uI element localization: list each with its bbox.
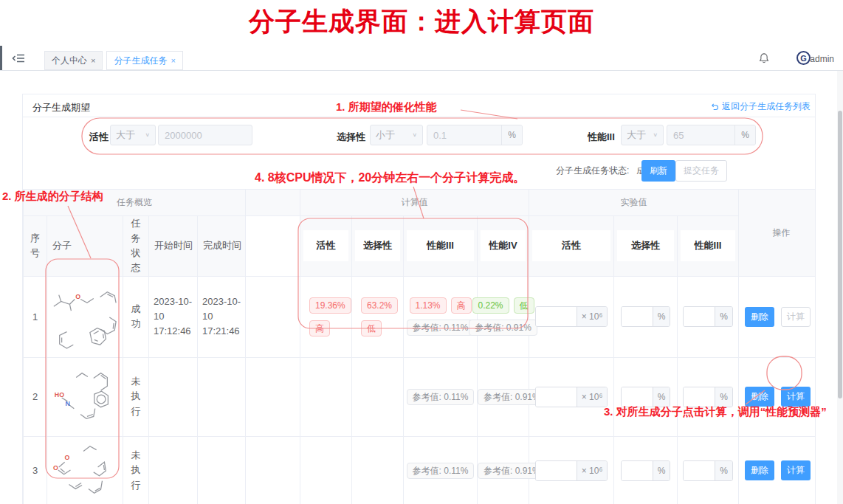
- calculate-button[interactable]: 计算: [781, 460, 811, 480]
- row-end-time: [198, 436, 246, 504]
- column-header-actions: 操作: [739, 190, 816, 277]
- filter-perf3-label: 性能III: [588, 131, 615, 144]
- times-ten-power-suffix: × 10⁶: [577, 307, 608, 326]
- task-status-label: 分子生成任务状态:: [556, 165, 629, 176]
- calc-perf3-cell: 参考值: 0.11%: [404, 357, 478, 436]
- tab-bar: 个人中心 × 分子生成任务 × G admin: [0, 46, 843, 71]
- exp-perf3-input[interactable]: [684, 307, 715, 326]
- annotation-generated-molecules: 2. 所生成的分子结构: [2, 190, 103, 204]
- column-header-end-time: 完成时间: [198, 216, 246, 277]
- table-row: 1 O: [24, 276, 816, 357]
- page-title: 分子生成界面：进入计算页面: [0, 4, 843, 39]
- annotation-cpu-time: 4. 8核CPU情况下，20分钟左右一个分子计算完成。: [255, 170, 525, 186]
- delete-button[interactable]: 删除: [745, 387, 774, 407]
- row-actions: 删除 计算: [739, 276, 816, 357]
- reference-badge: 参考值: 0.11%: [407, 463, 475, 479]
- column-header-status: 任务状态: [123, 216, 149, 277]
- exp-activity-cell: × 10⁶: [529, 436, 614, 504]
- tab-molecule-generation-task[interactable]: 分子生成任务 ×: [106, 51, 182, 70]
- blank-cell: [246, 436, 300, 504]
- exp-selectivity-cell: %: [614, 436, 678, 504]
- close-icon[interactable]: ×: [171, 56, 175, 65]
- row-start-time: [149, 357, 198, 436]
- value-badge: 1.13%: [410, 297, 447, 314]
- row-end-time: [198, 357, 246, 436]
- select-value: 大于: [627, 128, 646, 142]
- delete-button[interactable]: 删除: [745, 307, 774, 327]
- table-header-row: 序号 分子 任务状态 开始时间 完成时间 活性 选择性 性能III 性能IV: [24, 216, 816, 277]
- sidebar-edge: [0, 46, 2, 70]
- table-row: 2 HO N: [24, 357, 816, 436]
- reference-badge: 参考值: 0.11%: [407, 320, 475, 336]
- exp-perf3-input[interactable]: [684, 461, 715, 480]
- exp-selectivity-input[interactable]: [622, 461, 653, 480]
- filter-activity-label: 活性: [89, 131, 109, 144]
- percent-suffix: %: [734, 125, 755, 145]
- svg-text:HO: HO: [55, 391, 64, 398]
- row-status: 未执行: [123, 357, 149, 436]
- chevron-down-icon: ∨: [412, 132, 417, 138]
- column-header-perf4: 性能IV: [478, 216, 529, 277]
- percent-suffix: %: [715, 461, 732, 480]
- filter-perf3-input[interactable]: [667, 125, 734, 145]
- exp-activity-input[interactable]: [536, 387, 577, 407]
- notification-bell-icon[interactable]: [757, 52, 771, 65]
- column-header-perf3: 性能III: [404, 216, 478, 277]
- column-header-exp-selectivity: 选择性: [614, 216, 678, 277]
- reference-badge: 参考值: 0.91%: [469, 320, 537, 336]
- close-icon[interactable]: ×: [91, 56, 95, 65]
- scrollbar-thumb[interactable]: [838, 111, 842, 398]
- collapse-menu-icon[interactable]: [12, 52, 25, 65]
- group-header-experimental: 实验值: [529, 190, 739, 216]
- row-index: 1: [24, 276, 47, 357]
- percent-suffix: %: [501, 125, 522, 145]
- molecule-structure: HO N: [47, 357, 123, 436]
- calc-perf4-cell: 参考值: 0.91%: [478, 357, 529, 436]
- calc-selectivity-cell: 63.2% 低: [352, 276, 404, 357]
- filter-perf3-input-group: %: [667, 125, 756, 145]
- molecule-generation-page: 分子生成界面：进入计算页面 个人中心 × 分子生成任务 × G admin 分子…: [0, 0, 843, 504]
- svg-text:O: O: [53, 464, 58, 472]
- exp-selectivity-input[interactable]: [622, 307, 653, 326]
- row-index: 3: [24, 436, 47, 504]
- panel-title: 分子生成期望: [32, 101, 90, 114]
- back-to-task-list-link[interactable]: 返回分子生成任务列表: [710, 100, 811, 113]
- column-header-index: 序号: [24, 216, 47, 277]
- row-status: 成功: [123, 276, 149, 357]
- exp-selectivity-cell: %: [614, 276, 678, 357]
- exp-activity-input[interactable]: [536, 461, 577, 480]
- calc-activity-cell: [300, 357, 352, 436]
- exp-perf3-cell: %: [678, 436, 739, 504]
- level-badge: 高: [309, 320, 330, 336]
- refresh-button[interactable]: 刷新: [641, 160, 675, 182]
- exp-selectivity-input[interactable]: [622, 387, 653, 407]
- select-value: 小于: [376, 128, 395, 142]
- calc-perf3-cell: 参考值: 0.11%: [404, 436, 478, 504]
- user-avatar-logo[interactable]: G: [796, 51, 811, 65]
- times-ten-power-suffix: × 10⁶: [577, 461, 608, 480]
- delete-button[interactable]: 删除: [745, 460, 774, 480]
- return-icon: [710, 103, 719, 111]
- calculate-button[interactable]: 计算: [781, 387, 811, 407]
- percent-suffix: %: [715, 387, 732, 407]
- calc-selectivity-cell: [352, 357, 404, 436]
- row-start-time: [149, 436, 198, 504]
- submit-task-button[interactable]: 提交任务: [675, 160, 727, 182]
- group-header-blank: [246, 190, 300, 216]
- tab-personal-center[interactable]: 个人中心 ×: [44, 51, 103, 70]
- svg-text:O: O: [75, 293, 80, 300]
- filter-perf3-operator-select[interactable]: 大于 ∨: [621, 125, 664, 145]
- calc-perf4-cell: 参考值: 0.91%: [478, 436, 529, 504]
- exp-activity-input[interactable]: [536, 307, 577, 326]
- table-group-header-row: 任务概览 计算值 实验值 操作: [24, 190, 816, 216]
- blank-cell: [246, 357, 300, 436]
- percent-suffix: %: [653, 461, 670, 480]
- value-badge: 63.2%: [361, 297, 398, 314]
- exp-perf3-input[interactable]: [684, 387, 715, 407]
- filter-selectivity-input[interactable]: [427, 125, 501, 145]
- calculate-button[interactable]: 计算: [781, 307, 811, 327]
- filter-selectivity-operator-select[interactable]: 小于 ∨: [370, 125, 423, 145]
- select-value: 大于: [116, 128, 135, 142]
- filter-activity-input[interactable]: [159, 125, 252, 145]
- filter-activity-operator-select[interactable]: 大于 ∨: [110, 125, 156, 145]
